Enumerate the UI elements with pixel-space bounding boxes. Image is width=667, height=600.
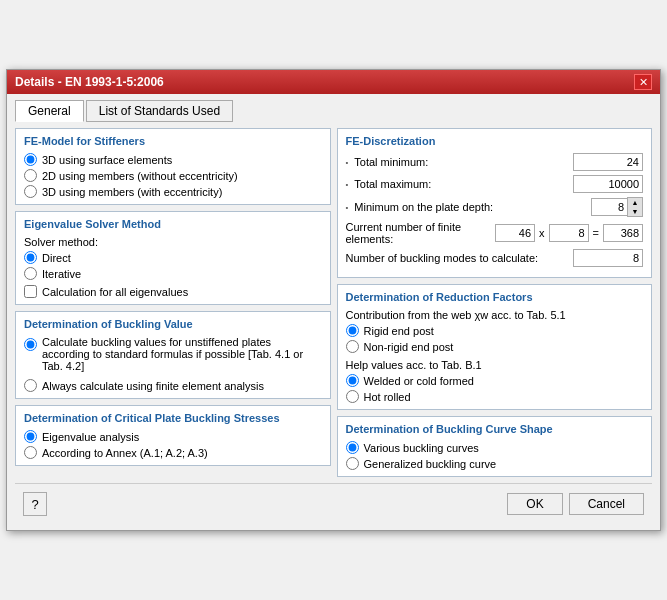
help-button[interactable]: ? xyxy=(23,492,47,516)
equals-sign: = xyxy=(593,227,599,239)
generalized-buckling[interactable]: Generalized buckling curve xyxy=(346,457,644,470)
calc-all-checkbox[interactable] xyxy=(24,285,37,298)
fe-model-option-2[interactable]: 2D using members (without eccentricity) xyxy=(24,169,322,182)
critical-plate-options: Eigenvalue analysis According to Annex (… xyxy=(24,430,322,459)
min-plate-spinner-buttons: ▲ ▼ xyxy=(627,197,643,217)
fe-model-options: 3D using surface elements 2D using membe… xyxy=(24,153,322,198)
critical-plate-section: Determination of Critical Plate Buckling… xyxy=(15,405,331,466)
rf-radio-1[interactable] xyxy=(346,324,359,337)
hv-radio-2[interactable] xyxy=(346,390,359,403)
hot-rolled[interactable]: Hot rolled xyxy=(346,390,644,403)
fe-model-option-3[interactable]: 3D using members (with eccentricity) xyxy=(24,185,322,198)
min-plate-row: • Minimum on the plate depth: ▲ ▼ xyxy=(346,197,644,217)
calc-all-eigenvalues[interactable]: Calculation for all eigenvalues xyxy=(24,285,322,298)
bc-radio-1[interactable] xyxy=(346,441,359,454)
reduction-factors-section: Determination of Reduction Factors Contr… xyxy=(337,284,653,410)
total-maximum-row: • Total maximum: xyxy=(346,175,644,193)
critical-plate-opt2[interactable]: According to Annex (A.1; A.2; A.3) xyxy=(24,446,322,459)
fe-discretization-section: FE-Discretization • Total minimum: • Tot… xyxy=(337,128,653,278)
hv-radio-1[interactable] xyxy=(346,374,359,387)
current-a-input[interactable] xyxy=(495,224,535,242)
solver-label-iterative: Iterative xyxy=(42,268,81,280)
ok-button[interactable]: OK xyxy=(507,493,562,515)
fe-model-title: FE-Model for Stiffeners xyxy=(24,135,322,147)
reduction-options: Rigid end post Non-rigid end post xyxy=(346,324,644,353)
buckling-modes-input[interactable] xyxy=(573,249,643,267)
total-min-input[interactable] xyxy=(573,153,643,171)
solver-label-direct: Direct xyxy=(42,252,71,264)
left-column: FE-Model for Stiffeners 3D using surface… xyxy=(15,128,331,477)
cp-radio-2[interactable] xyxy=(24,446,37,459)
right-column: FE-Discretization • Total minimum: • Tot… xyxy=(337,128,653,477)
critical-plate-opt1[interactable]: Eigenvalue analysis xyxy=(24,430,322,443)
min-plate-decrement[interactable]: ▼ xyxy=(628,207,642,216)
buckling-curve-options: Various buckling curves Generalized buck… xyxy=(346,441,644,470)
cancel-button[interactable]: Cancel xyxy=(569,493,644,515)
total-minimum-row: • Total minimum: xyxy=(346,153,644,171)
rf-label-1: Rigid end post xyxy=(364,325,434,337)
bc-label-2: Generalized buckling curve xyxy=(364,458,497,470)
reduction-factors-title: Determination of Reduction Factors xyxy=(346,291,644,303)
tab-list-standards[interactable]: List of Standards Used xyxy=(86,100,233,122)
solver-direct[interactable]: Direct xyxy=(24,251,322,264)
content-area: FE-Model for Stiffeners 3D using surface… xyxy=(15,128,652,477)
solver-radio-iterative[interactable] xyxy=(24,267,37,280)
various-buckling[interactable]: Various buckling curves xyxy=(346,441,644,454)
fe-model-radio-1[interactable] xyxy=(24,153,37,166)
min-plate-spinner: ▲ ▼ xyxy=(591,197,643,217)
total-max-input[interactable] xyxy=(573,175,643,193)
solver-radio-direct[interactable] xyxy=(24,251,37,264)
solver-iterative[interactable]: Iterative xyxy=(24,267,322,280)
help-values-label: Help values acc. to Tab. B.1 xyxy=(346,359,644,371)
bc-label-1: Various buckling curves xyxy=(364,442,479,454)
fe-discretization-title: FE-Discretization xyxy=(346,135,644,147)
min-plate-label: Minimum on the plate depth: xyxy=(354,201,587,213)
bv-label-2: Always calculate using finite element an… xyxy=(42,380,264,392)
cp-label-1: Eigenvalue analysis xyxy=(42,431,139,443)
solver-label: Solver method: xyxy=(24,236,322,248)
welded-cold-formed[interactable]: Welded or cold formed xyxy=(346,374,644,387)
fe-model-label-1: 3D using surface elements xyxy=(42,154,172,166)
bc-radio-2[interactable] xyxy=(346,457,359,470)
bv-radio-2[interactable] xyxy=(24,379,37,392)
calc-all-label: Calculation for all eigenvalues xyxy=(42,286,188,298)
buckling-value-opt2[interactable]: Always calculate using finite element an… xyxy=(24,379,322,392)
buckling-value-opt1[interactable]: Calculate buckling values for unstiffene… xyxy=(24,336,322,372)
eigenvalue-title: Eigenvalue Solver Method xyxy=(24,218,322,230)
dialog: Details - EN 1993-1-5:2006 ✕ General Lis… xyxy=(6,69,661,531)
buckling-value-options: Calculate buckling values for unstiffene… xyxy=(24,336,322,392)
fe-model-radio-3[interactable] xyxy=(24,185,37,198)
tabs: General List of Standards Used xyxy=(15,100,652,122)
bottom-bar: ? OK Cancel xyxy=(15,483,652,524)
current-elements-row: Current number of finite elements: x = xyxy=(346,221,644,245)
current-result-input[interactable] xyxy=(603,224,643,242)
cp-radio-1[interactable] xyxy=(24,430,37,443)
min-plate-increment[interactable]: ▲ xyxy=(628,198,642,207)
bv-radio-1[interactable] xyxy=(24,338,37,351)
fe-model-option-1[interactable]: 3D using surface elements xyxy=(24,153,322,166)
hv-label-2: Hot rolled xyxy=(364,391,411,403)
contribution-label: Contribution from the web χw acc. to Tab… xyxy=(346,309,644,321)
rf-radio-2[interactable] xyxy=(346,340,359,353)
buckling-value-section: Determination of Buckling Value Calculat… xyxy=(15,311,331,399)
buckling-curve-title: Determination of Buckling Curve Shape xyxy=(346,423,644,435)
dialog-body: General List of Standards Used FE-Model … xyxy=(7,94,660,530)
buckling-curve-section: Determination of Buckling Curve Shape Va… xyxy=(337,416,653,477)
fe-model-label-2: 2D using members (without eccentricity) xyxy=(42,170,238,182)
buckling-value-title: Determination of Buckling Value xyxy=(24,318,322,330)
total-max-label: Total maximum: xyxy=(354,178,569,190)
critical-plate-title: Determination of Critical Plate Buckling… xyxy=(24,412,322,424)
current-b-input[interactable] xyxy=(549,224,589,242)
multiply-sign: x xyxy=(539,227,545,239)
current-count-label: Current number of finite elements: xyxy=(346,221,492,245)
min-plate-input[interactable] xyxy=(591,198,627,216)
fe-model-section: FE-Model for Stiffeners 3D using surface… xyxy=(15,128,331,205)
fe-model-radio-2[interactable] xyxy=(24,169,37,182)
rf-label-2: Non-rigid end post xyxy=(364,341,454,353)
dot-1: • xyxy=(346,158,349,167)
close-button[interactable]: ✕ xyxy=(634,74,652,90)
bv-label-1: Calculate buckling values for unstiffene… xyxy=(42,336,322,372)
rigid-end-post[interactable]: Rigid end post xyxy=(346,324,644,337)
tab-general[interactable]: General xyxy=(15,100,84,122)
non-rigid-end-post[interactable]: Non-rigid end post xyxy=(346,340,644,353)
